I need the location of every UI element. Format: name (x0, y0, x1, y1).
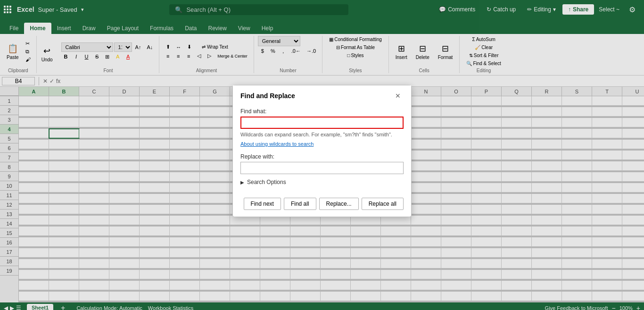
search-options-label: Search Options (247, 179, 286, 185)
replace-all-button[interactable]: Replace all (362, 198, 404, 210)
modal-overlay: Find and Replace ✕ Find what: Wildcards … (0, 0, 644, 310)
chevron-right-icon: ▶ (240, 180, 244, 185)
search-options-row[interactable]: ▶ Search Options (240, 179, 404, 185)
find-next-button[interactable]: Find next (244, 198, 281, 210)
replace-input[interactable] (240, 162, 404, 174)
find-all-button[interactable]: Find all (284, 198, 316, 210)
dialog-body: Find what: Wildcards can expand search. … (233, 104, 411, 193)
replace-label: Replace with: (240, 153, 404, 160)
replace-button[interactable]: Replace... (319, 198, 359, 210)
dialog-header: Find and Replace ✕ (233, 85, 411, 104)
find-input[interactable] (240, 117, 404, 129)
dialog-footer: Find next Find all Replace... Replace al… (233, 193, 411, 217)
find-label: Find what: (240, 108, 404, 115)
find-replace-dialog: Find and Replace ✕ Find what: Wildcards … (232, 85, 412, 217)
dialog-title: Find and Replace (240, 92, 295, 100)
wildcard-link[interactable]: About using wildcards to search (240, 141, 314, 147)
dialog-close-button[interactable]: ✕ (392, 91, 404, 101)
wildcard-hint: Wildcards can expand search. For example… (240, 132, 404, 137)
